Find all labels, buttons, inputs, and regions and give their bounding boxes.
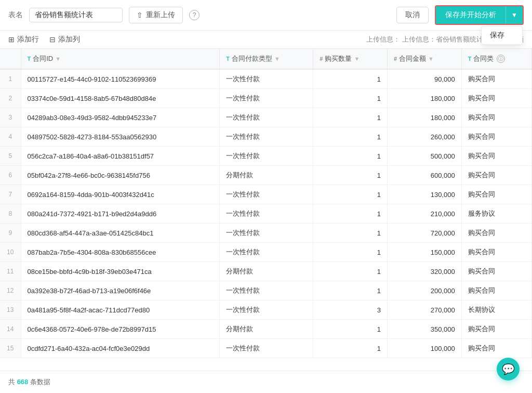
- cell-contract-amount: 130,000: [387, 185, 461, 204]
- sort-icon-payment-type[interactable]: ▼: [274, 56, 280, 62]
- cell-row-num: 15: [0, 339, 21, 358]
- save-analyze-dropdown-button[interactable]: ▼: [506, 6, 523, 24]
- cell-purchase-qty: 1: [313, 108, 388, 127]
- cell-row-num: 7: [0, 185, 21, 204]
- col-type-hash-icon-2: #: [394, 56, 397, 62]
- sort-icon-contract-id[interactable]: ▼: [55, 56, 61, 62]
- table-row: 11 08ce15be-bbfd-4c9b-b18f-39eb03e471ca …: [0, 262, 532, 281]
- chat-icon: 💬: [502, 363, 515, 375]
- add-col-action[interactable]: ⊟ 添加列: [49, 35, 80, 44]
- cell-contract-amount: 270,000: [387, 300, 461, 320]
- col-type-text-icon-2: T: [226, 56, 230, 62]
- save-analyze-button[interactable]: 保存并开始分析: [436, 6, 506, 24]
- cell-contract-id: 080a241d-7372-4921-b171-b9ed2d4a9dd6: [21, 204, 220, 224]
- table-container[interactable]: T 合同ID ▼ T 合同付款类型 ▼: [0, 49, 532, 371]
- cell-row-num: 5: [0, 147, 21, 166]
- cell-contract-amount: 90,000: [387, 69, 461, 89]
- cell-contract-id: 0a481a95-5f8f-4a2f-acac-711dcd77ed80: [21, 300, 220, 320]
- footer-bar: 共 668 条数据: [0, 371, 532, 393]
- cell-contract-id: 080cd368-af54-447a-a3ae-051425c84bc1: [21, 224, 220, 243]
- table-name-input[interactable]: [29, 8, 123, 22]
- table-row: 12 0a392e38-b72f-46ad-b713-a19e06f6f46e …: [0, 281, 532, 300]
- cell-contract-type: 购买合同: [461, 89, 531, 108]
- table-row: 4 04897502-5828-4273-8184-553aa0562930 一…: [0, 127, 532, 147]
- cell-payment-type: 分期付款: [220, 320, 313, 339]
- cell-contract-type: 长期协议: [461, 300, 531, 320]
- dropdown-arrow-icon: ▼: [511, 11, 517, 19]
- cell-row-num: 3: [0, 108, 21, 127]
- cell-contract-amount: 320,000: [387, 262, 461, 281]
- cell-contract-amount: 500,000: [387, 147, 461, 166]
- cell-contract-type: 购买合同: [461, 339, 531, 358]
- cell-contract-id: 0692a164-8159-4dda-901b-4003f432d41c: [21, 185, 220, 204]
- cell-contract-id: 0c6e4368-0572-40e6-978e-de72b8997d15: [21, 320, 220, 339]
- cell-row-num: 10: [0, 243, 21, 262]
- cell-purchase-qty: 1: [313, 281, 388, 300]
- cell-row-num: 4: [0, 127, 21, 147]
- cell-contract-type: 购买合同: [461, 224, 531, 243]
- cell-payment-type: 一次性付款: [220, 108, 313, 127]
- cancel-button[interactable]: 取消: [396, 7, 429, 23]
- dropdown-menu: 保存: [481, 26, 523, 45]
- col-info-icon[interactable]: ⓘ: [497, 55, 505, 63]
- upload-btn-label: 重新上传: [146, 10, 175, 20]
- help-button[interactable]: ?: [189, 10, 200, 20]
- table-row: 10 087bab2a-7b5e-4304-808a-830b68556cee …: [0, 243, 532, 262]
- table-row: 9 080cd368-af54-447a-a3ae-051425c84bc1 一…: [0, 224, 532, 243]
- cell-contract-type: 购买合同: [461, 185, 531, 204]
- cell-contract-amount: 100,000: [387, 339, 461, 358]
- add-row-action[interactable]: ⊞ 添加行: [8, 35, 39, 44]
- sort-icon-purchase-qty[interactable]: ▼: [354, 56, 360, 62]
- cell-purchase-qty: 1: [313, 243, 388, 262]
- save-menu-item[interactable]: 保存: [482, 27, 522, 44]
- cell-payment-type: 一次性付款: [220, 339, 313, 358]
- cell-contract-amount: 600,000: [387, 166, 461, 185]
- cell-contract-amount: 350,000: [387, 320, 461, 339]
- cell-purchase-qty: 1: [313, 320, 388, 339]
- footer-prefix: 共: [8, 378, 15, 386]
- chat-bubble-button[interactable]: 💬: [497, 358, 520, 381]
- cell-contract-id: 00115727-e145-44c0-9102-110523699369: [21, 69, 220, 89]
- table-row: 2 03374c0e-59d1-4158-8ab5-67b48d80d84e 一…: [0, 89, 532, 108]
- cell-contract-amount: 260,000: [387, 127, 461, 147]
- cell-purchase-qty: 1: [313, 204, 388, 224]
- table-row: 14 0c6e4368-0572-40e6-978e-de72b8997d15 …: [0, 320, 532, 339]
- cell-contract-amount: 150,000: [387, 243, 461, 262]
- cell-purchase-qty: 1: [313, 262, 388, 281]
- th-contract-id: T 合同ID ▼: [21, 49, 220, 69]
- cell-contract-type: 购买合同: [461, 320, 531, 339]
- cell-row-num: 6: [0, 166, 21, 185]
- sort-icon-contract-amount[interactable]: ▼: [428, 56, 434, 62]
- table-row: 5 056c2ca7-a186-40a4-a8a6-01b38151df57 一…: [0, 147, 532, 166]
- cell-contract-id: 05bf042a-27f8-4e66-bc0c-9638145fd756: [21, 166, 220, 185]
- add-row-icon: ⊞: [8, 35, 15, 44]
- cell-row-num: 2: [0, 89, 21, 108]
- col-type-text-icon: T: [28, 56, 31, 62]
- cell-payment-type: 一次性付款: [220, 224, 313, 243]
- cell-payment-type: 一次性付款: [220, 69, 313, 89]
- header-bar: 表名 ⇧ 重新上传 ? 取消 保存并开始分析 ▼ 保存: [0, 0, 532, 31]
- cell-row-num: 14: [0, 320, 21, 339]
- table-row: 6 05bf042a-27f8-4e66-bc0c-9638145fd756 分…: [0, 166, 532, 185]
- upload-button[interactable]: ⇧ 重新上传: [129, 7, 183, 23]
- cell-contract-type: 购买合同: [461, 166, 531, 185]
- cell-row-num: 12: [0, 281, 21, 300]
- cell-purchase-qty: 1: [313, 69, 388, 89]
- cell-purchase-qty: 1: [313, 185, 388, 204]
- cell-contract-amount: 720,000: [387, 224, 461, 243]
- cell-contract-type: 购买合同: [461, 127, 531, 147]
- col-contract-amount-label: 合同金额: [399, 54, 426, 63]
- cell-purchase-qty: 3: [313, 300, 388, 320]
- cell-payment-type: 一次性付款: [220, 89, 313, 108]
- app-container: 表名 ⇧ 重新上传 ? 取消 保存并开始分析 ▼ 保存 ⊞ 添加行 ⊟: [0, 0, 532, 393]
- th-contract-amount: # 合同金额 ▼: [387, 49, 461, 69]
- cell-contract-type: 购买合同: [461, 281, 531, 300]
- col-contract-type-label: 合同类: [473, 54, 494, 63]
- th-contract-type: T 合同类 ⓘ: [461, 49, 531, 69]
- cell-row-num: 11: [0, 262, 21, 281]
- cell-contract-id: 08ce15be-bbfd-4c9b-b18f-39eb03e471ca: [21, 262, 220, 281]
- col-purchase-qty-label: 购买数量: [325, 54, 352, 63]
- table-header-row: T 合同ID ▼ T 合同付款类型 ▼: [0, 49, 532, 69]
- footer-suffix: 条数据: [30, 378, 50, 386]
- help-icon: ?: [193, 11, 196, 19]
